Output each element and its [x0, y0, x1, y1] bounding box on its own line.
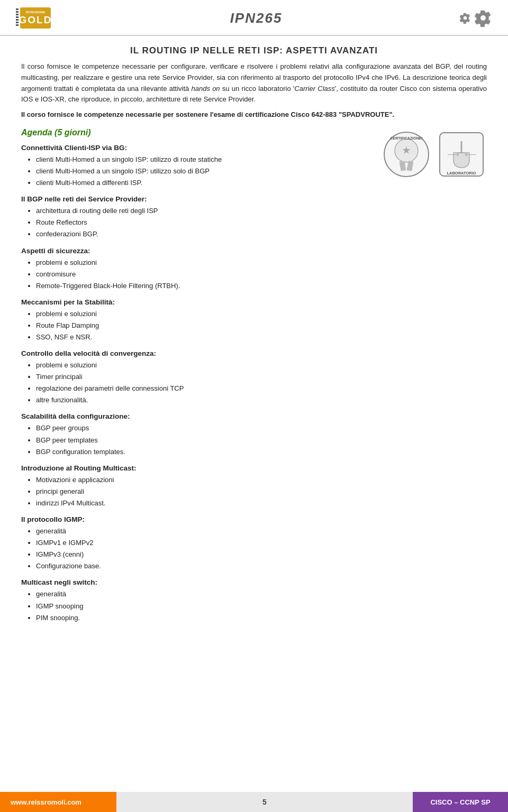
list-item: Route Flap Damping	[36, 320, 370, 331]
list-item: Motivazioni e applicazioni	[36, 474, 370, 486]
svg-rect-4	[16, 19, 19, 21]
main-content: Il corso fornisce le competenze necessar…	[0, 61, 508, 636]
list-item: BGP peer groups	[36, 422, 370, 434]
footer-course-label: CISCO – CCNP SP	[413, 792, 508, 812]
svg-rect-1	[16, 11, 19, 13]
section-multicast: Introduzione al Routing Multicast:	[21, 464, 370, 472]
svg-rect-5	[16, 22, 19, 23]
list-multicast: Motivazioni e applicazioni principi gene…	[21, 474, 370, 509]
header-icons	[459, 9, 492, 27]
list-item: altre funzionalità.	[36, 394, 370, 406]
list-item: clienti Multi-Homed a un singolo ISP: ut…	[36, 154, 370, 165]
list-item: problemi e soluzioni	[36, 308, 370, 320]
list-item: contromisure	[36, 269, 370, 280]
list-item: confederazioni BGP.	[36, 228, 370, 240]
logo-image: ISTRUZIONE GOLD	[16, 5, 53, 31]
svg-text:ISTRUZIONE: ISTRUZIONE	[26, 11, 45, 14]
laboratorio-badge: ⟶ ⟶ LABORATORIO	[438, 131, 485, 178]
page-title: IL ROUTING IP NELLE RETI ISP: ASPETTI AV…	[16, 45, 492, 56]
list-igmp: generalità IGMPv1 e IGMPv2 IGMPv3 (cenni…	[21, 525, 370, 572]
list-item: architettura di routing delle reti degli…	[36, 205, 370, 217]
svg-text:⟶: ⟶	[465, 150, 477, 159]
page-title-bar: IL ROUTING IP NELLE RETI ISP: ASPETTI AV…	[0, 36, 508, 61]
list-item: PIM snooping.	[36, 612, 370, 624]
logo-area: ISTRUZIONE GOLD	[16, 5, 53, 31]
section-convergenza: Controllo della velocità di convergenza:	[21, 349, 370, 357]
section-igmp: Il protocollo IGMP:	[21, 515, 370, 523]
page-number: 5	[262, 798, 267, 806]
list-item: problemi e soluzioni	[36, 257, 370, 269]
svg-rect-3	[16, 16, 19, 18]
section-switch: Multicast negli switch:	[21, 578, 370, 586]
badges-row: ★ CERTIFICAZIONE!	[383, 131, 485, 178]
page-header: ISTRUZIONE GOLD IPN265	[0, 0, 508, 36]
list-stabilita: problemi e soluzioni Route Flap Damping …	[21, 308, 370, 343]
list-connettivita: clienti Multi-Homed a un singolo ISP: ut…	[21, 154, 370, 189]
list-item: IGMPv1 e IGMPv2	[36, 537, 370, 549]
footer-website[interactable]: www.reissromoli.com	[0, 792, 116, 812]
intro-paragraph1: Il corso fornisce le competenze necessar…	[21, 61, 487, 121]
svg-text:LABORATORIO: LABORATORIO	[447, 171, 476, 176]
two-col-layout: Agenda (5 giorni) Connettività Clienti-I…	[21, 128, 487, 626]
list-item: clienti Multi-Homed a differenti ISP.	[36, 177, 370, 189]
website-link[interactable]: www.reissromoli.com	[11, 798, 81, 806]
svg-rect-2	[16, 14, 19, 15]
list-item: BGP peer templates	[36, 435, 370, 446]
gear-large-icon	[474, 9, 492, 27]
list-item: SSO, NSF e NSR.	[36, 331, 370, 343]
section-stabilita: Meccanismi per la Stabilità:	[21, 298, 370, 306]
svg-text:⟶: ⟶	[447, 150, 459, 159]
list-item: indirizzi IPv4 Multicast.	[36, 497, 370, 509]
footer-page-number: 5	[116, 792, 413, 812]
certification-badge: ★ CERTIFICAZIONE!	[383, 131, 430, 178]
course-code: IPN265	[230, 10, 283, 26]
svg-rect-0	[16, 8, 19, 10]
page-footer: www.reissromoli.com 5 CISCO – CCNP SP	[0, 792, 508, 812]
cert-badge-svg: ★ CERTIFICAZIONE!	[383, 131, 430, 178]
svg-text:GOLD: GOLD	[19, 14, 52, 25]
list-item: IGMPv3 (cenni)	[36, 549, 370, 560]
gear-small-icon	[459, 12, 471, 24]
list-item: Timer principali	[36, 371, 370, 383]
section-scalabilita: Scalabilità della configurazione:	[21, 412, 370, 420]
list-item: Configurazione base.	[36, 560, 370, 572]
badges-column: ★ CERTIFICAZIONE!	[381, 128, 487, 626]
svg-text:CERTIFICAZIONE!: CERTIFICAZIONE!	[390, 136, 422, 140]
lab-badge-svg: ⟶ ⟶ LABORATORIO	[438, 131, 485, 178]
section-sicurezza: Aspetti di sicurezza:	[21, 247, 370, 255]
section-connettivita: Connettività Clienti-ISP via BG:	[21, 144, 370, 152]
list-item: IGMP snooping	[36, 601, 370, 612]
svg-rect-6	[16, 24, 19, 26]
list-item: regolazione dei parametri delle connessi…	[36, 383, 370, 394]
list-sicurezza: problemi e soluzioni contromisure Remote…	[21, 257, 370, 292]
course-label: CISCO – CCNP SP	[430, 798, 490, 806]
list-scalabilita: BGP peer groups BGP peer templates BGP c…	[21, 422, 370, 457]
list-switch: generalità IGMP snooping PIM snooping.	[21, 588, 370, 623]
list-item: BGP configuration templates.	[36, 446, 370, 458]
list-item: generalità	[36, 588, 370, 600]
list-item: principi generali	[36, 486, 370, 497]
list-item: problemi e soluzioni	[36, 359, 370, 371]
svg-text:★: ★	[402, 144, 411, 156]
list-item: Remote-Triggered Black-Hole Filtering (R…	[36, 280, 370, 292]
list-item: generalità	[36, 525, 370, 537]
list-item: Route Reflectors	[36, 217, 370, 228]
agenda-title: Agenda (5 giorni)	[21, 128, 370, 137]
list-item: clienti Multi-Homed a un singolo ISP: ut…	[36, 165, 370, 177]
section-bgp: Il BGP nelle reti dei Service Provider:	[21, 195, 370, 203]
agenda-column: Agenda (5 giorni) Connettività Clienti-I…	[21, 128, 370, 626]
list-bgp: architettura di routing delle reti degli…	[21, 205, 370, 240]
list-convergenza: problemi e soluzioni Timer principali re…	[21, 359, 370, 406]
